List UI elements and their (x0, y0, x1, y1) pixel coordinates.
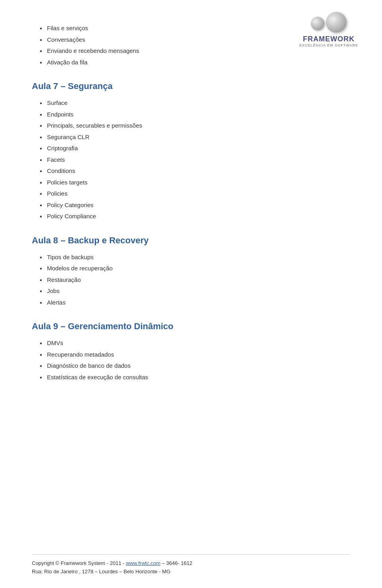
section-heading-aula9: Aula 9 – Gerenciamento Dinâmico (32, 321, 350, 332)
list-item: Policy Categories (40, 201, 350, 210)
list-item: Restauração (40, 276, 350, 285)
footer-prefix: Copyright © Framework System - 2011 - (32, 560, 126, 566)
aula7-bullet-list: Surface Endpoints Principals, securables… (32, 99, 350, 221)
list-item: Tipos de backups (40, 253, 350, 262)
list-item: Policies (40, 189, 350, 198)
list-item: Policy Compliance (40, 212, 350, 221)
list-item: Segurança CLR (40, 133, 350, 142)
list-item: DMVs (40, 339, 350, 348)
list-item: Modelos de recuperação (40, 264, 350, 273)
footer-link[interactable]: www.frwtc.com (126, 560, 160, 566)
list-item: Policies targets (40, 178, 350, 187)
footer-suffix: – 3646- 1612 (160, 560, 192, 566)
list-item: Conditions (40, 167, 350, 176)
list-item: Endpoints (40, 110, 350, 119)
list-item: Alertas (40, 298, 350, 307)
content-area: Filas e serviços Conversações Enviando e… (32, 24, 350, 382)
list-item: Surface (40, 99, 350, 108)
list-item: Conversações (40, 35, 350, 45)
list-item: Filas e serviços (40, 24, 350, 33)
footer: Copyright © Framework System - 2011 - ww… (32, 554, 350, 576)
list-item: Criptografia (40, 144, 350, 153)
aula8-bullet-list: Tipos de backups Modelos de recuperação … (32, 253, 350, 307)
footer-line1: Copyright © Framework System - 2011 - ww… (32, 559, 350, 568)
section-heading-aula7: Aula 7 – Segurança (32, 81, 350, 91)
page-container: FRAMEWORK EXCELÊNCIA EM SOFTWARE Filas e… (0, 0, 382, 588)
list-item: Ativação da fila (40, 58, 350, 67)
section-heading-aula8: Aula 8 – Backup e Recovery (32, 235, 350, 246)
list-item: Principals, securables e permissões (40, 121, 350, 130)
aula9-bullet-list: DMVs Recuperando metadados Diagnóstico d… (32, 339, 350, 382)
list-item: Jobs (40, 287, 350, 296)
list-item: Diagnóstico de banco de dados (40, 361, 350, 371)
list-item: Estatísticas de execução de consultas (40, 373, 350, 382)
list-item: Recuperando metadados (40, 350, 350, 359)
footer-line2: Rua: Rio de Janeiro , 1278 – Lourdes – B… (32, 568, 350, 576)
list-item: Facets (40, 155, 350, 165)
list-item: Enviando e recebendo mensagens (40, 47, 350, 56)
